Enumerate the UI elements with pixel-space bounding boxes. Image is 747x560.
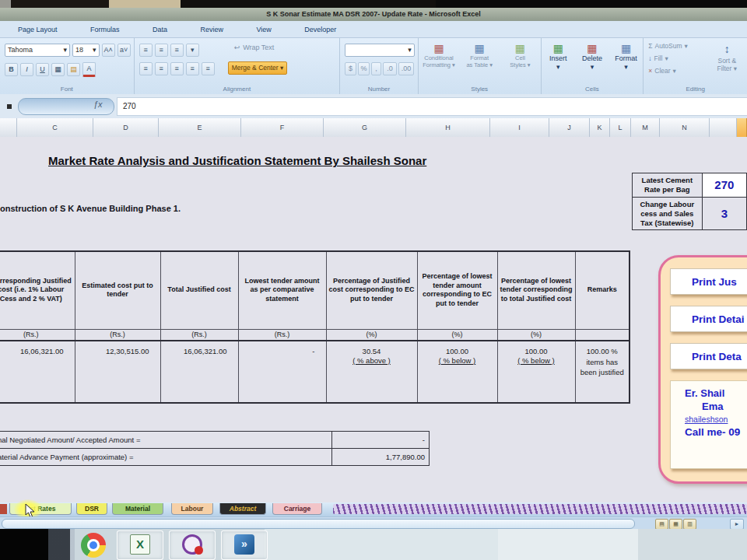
- align-top-icon[interactable]: ≡: [139, 44, 153, 57]
- view-normal-icon[interactable]: ▤: [655, 519, 668, 530]
- grow-font-icon[interactable]: A˄: [102, 44, 115, 57]
- taskbar-button-excel[interactable]: X: [117, 530, 163, 560]
- sheet-tab-bar: Est Rates DSR Material Labour Abstract C…: [0, 502, 747, 516]
- taskbar-button-recorder[interactable]: »: [221, 530, 268, 560]
- tab-developer[interactable]: Developer: [293, 22, 348, 38]
- delete-cells-icon: ▦: [575, 43, 609, 54]
- tab-view[interactable]: View: [244, 22, 282, 38]
- excel-window: S K Sonar Estimate MA DSR 2007- Update R…: [0, 0, 747, 560]
- sort-filter-button[interactable]: ↕ Sort & Filter ▾: [709, 43, 745, 73]
- tab-review[interactable]: Review: [188, 22, 235, 38]
- font-name-combo[interactable]: Tahoma ▾: [5, 44, 70, 57]
- sheet-tab-material[interactable]: Material: [112, 503, 163, 515]
- column-header[interactable]: E: [159, 118, 241, 137]
- sheet-tab-carriage[interactable]: Carriage: [272, 503, 322, 515]
- tab-scroll-fragment[interactable]: [0, 504, 7, 514]
- column-header[interactable]: C: [17, 118, 93, 137]
- print-justification-button[interactable]: Print Jus: [670, 268, 747, 295]
- header-cell: Corresponding Justified cost (i.e. 1% La…: [0, 251, 75, 329]
- tab-data[interactable]: Data: [141, 22, 179, 38]
- column-header[interactable]: M: [631, 118, 660, 137]
- comma-style-icon[interactable]: ,: [371, 62, 381, 75]
- formula-input[interactable]: 270: [117, 97, 747, 116]
- orientation-icon[interactable]: ▾: [186, 44, 199, 57]
- align-center-icon[interactable]: ≡: [155, 62, 168, 75]
- align-middle-icon[interactable]: ≡: [155, 44, 168, 57]
- column-header[interactable]: F: [241, 118, 324, 137]
- labour-cess-value-cell[interactable]: 3: [702, 197, 746, 230]
- font-size-combo[interactable]: 18 ▾: [72, 44, 100, 57]
- tab-formulas[interactable]: Formulas: [79, 22, 132, 38]
- chevron-down-icon: ▾: [665, 54, 668, 62]
- column-header[interactable]: I: [490, 118, 549, 137]
- borders-icon[interactable]: ▦: [51, 63, 65, 76]
- increase-decimal-icon[interactable]: .0: [383, 62, 397, 75]
- sheet-tab-dsr[interactable]: DSR: [76, 503, 107, 515]
- data-cell[interactable]: 30.54 ( % above ): [326, 341, 417, 403]
- font-color-icon[interactable]: A: [82, 62, 96, 77]
- data-cell[interactable]: 100.00 ( % below ): [497, 341, 575, 403]
- column-header[interactable]: G: [324, 118, 406, 137]
- table-row: Material Advance Payment (approximate) =…: [0, 449, 430, 466]
- data-cell[interactable]: 12,30,515.00: [75, 341, 160, 403]
- justification-table: Corresponding Justified cost (i.e. 1% La…: [0, 250, 630, 404]
- styles-group-label: Styles: [419, 86, 541, 93]
- column-header[interactable]: K: [590, 118, 610, 137]
- increase-indent-icon[interactable]: ≡: [202, 62, 215, 75]
- sheet-tab-labour[interactable]: Labour: [171, 503, 213, 515]
- scroll-right-arrow-icon[interactable]: ►: [730, 519, 744, 530]
- chrome-icon[interactable]: [81, 533, 106, 558]
- chevron-down-icon: ▾: [280, 64, 283, 72]
- remarks-cell[interactable]: 100.00 % items has been justified: [575, 341, 630, 403]
- accounting-format-icon[interactable]: $: [345, 62, 356, 75]
- table-row: Final Negotiated Amount/ Accepted Amount…: [0, 432, 430, 449]
- column-header[interactable]: N: [660, 118, 710, 137]
- unit-cell: (Rs.): [75, 329, 160, 341]
- column-header[interactable]: H: [406, 118, 490, 137]
- print-details-button-2[interactable]: Print Deta: [670, 343, 747, 369]
- advance-payment-value[interactable]: 1,77,890.00: [332, 449, 430, 466]
- data-cell[interactable]: 16,06,321.00: [0, 341, 75, 403]
- unit-cell: (%): [497, 329, 575, 341]
- merge-center-button[interactable]: Merge & Center ▾: [228, 61, 288, 75]
- decrease-decimal-icon[interactable]: .00: [398, 62, 414, 75]
- column-header[interactable]: L: [610, 118, 631, 137]
- wrap-text-button[interactable]: ↩ Wrap Text: [234, 44, 336, 51]
- column-header-partial[interactable]: [710, 118, 737, 137]
- cement-rate-value-cell[interactable]: 270: [702, 173, 746, 198]
- header-cell: Percentage of Justified cost correspondi…: [326, 251, 417, 329]
- align-right-icon[interactable]: ≡: [170, 62, 184, 75]
- data-cell[interactable]: 16,06,321.00: [160, 341, 238, 403]
- taskbar-button-media[interactable]: [169, 530, 216, 560]
- view-layout-icon[interactable]: ▦: [669, 519, 682, 530]
- fill-color-icon[interactable]: ▤: [67, 63, 80, 76]
- number-format-combo[interactable]: ▾: [345, 44, 415, 57]
- contact-email-link[interactable]: shaileshson: [685, 415, 747, 424]
- decrease-indent-icon[interactable]: ≡: [186, 62, 199, 75]
- data-cell[interactable]: -: [238, 341, 326, 403]
- underline-button[interactable]: U: [36, 63, 49, 76]
- italic-button[interactable]: I: [20, 63, 33, 76]
- chevron-down-icon: ▾: [93, 44, 96, 56]
- bold-button[interactable]: B: [5, 63, 18, 76]
- percent-style-icon[interactable]: %: [358, 62, 370, 75]
- tab-page-layout[interactable]: Page Layout: [6, 22, 69, 38]
- header-cell: Total Justified cost: [160, 251, 238, 329]
- column-header-partial[interactable]: [0, 118, 17, 137]
- excel-icon: X: [130, 534, 150, 555]
- column-header-selected[interactable]: [737, 118, 747, 137]
- scrollbar-thumb[interactable]: [2, 519, 635, 529]
- align-bottom-icon[interactable]: ≡: [170, 44, 184, 57]
- column-header[interactable]: D: [93, 118, 159, 137]
- print-details-button-1[interactable]: Print Detai: [670, 306, 747, 332]
- negotiated-amount-value[interactable]: -: [332, 432, 430, 449]
- sheet-tab-abstract[interactable]: Abstract: [219, 503, 266, 515]
- eraser-icon: ×: [648, 67, 652, 75]
- align-left-icon[interactable]: ≡: [139, 62, 153, 75]
- shrink-font-icon[interactable]: a˅: [117, 44, 131, 57]
- data-cell[interactable]: 100.00 ( % below ): [417, 341, 497, 403]
- view-break-icon[interactable]: ▥: [683, 519, 696, 530]
- column-header-row: C D E F G H I J K L M N: [0, 118, 747, 138]
- header-cell: Remarks: [575, 251, 630, 329]
- column-header[interactable]: J: [549, 118, 590, 137]
